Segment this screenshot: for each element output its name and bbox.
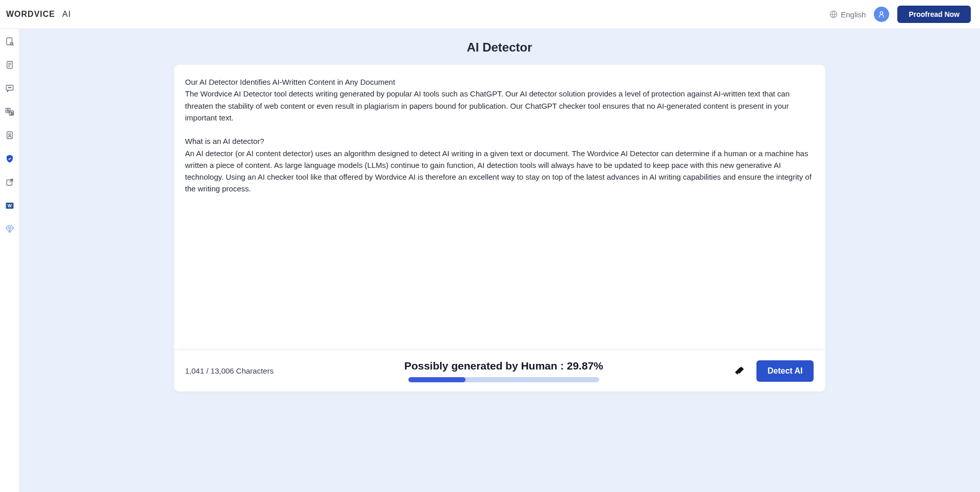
user-icon (877, 10, 886, 18)
language-selector[interactable]: English (829, 10, 866, 19)
avatar[interactable] (874, 7, 889, 22)
svg-point-13 (8, 87, 9, 88)
action-buttons: Detect AI (734, 360, 814, 382)
svg-text:文: 文 (10, 112, 13, 115)
logo[interactable]: WORDVICEAI (6, 9, 88, 19)
header-right: English Proofread Now (829, 6, 971, 23)
svg-text:W: W (8, 204, 12, 208)
sidebar-profile-doc-icon[interactable] (5, 130, 15, 140)
eraser-icon (734, 365, 745, 377)
editor-paragraph-2: An AI detector (or AI content detector) … (185, 147, 814, 195)
result-text: Possibly generated by Human : 29.87% (404, 360, 603, 372)
sidebar-shield-icon[interactable] (5, 154, 15, 164)
progress-bar (408, 377, 599, 382)
svg-point-4 (880, 12, 883, 14)
sidebar-proofread-icon[interactable] (5, 36, 15, 46)
svg-text:AI: AI (62, 10, 71, 18)
text-editor[interactable]: Our AI Detector Identifies AI-Written Co… (174, 65, 825, 350)
svg-text:WORDVICE: WORDVICE (6, 10, 55, 18)
svg-point-15 (10, 87, 11, 88)
page-title: AI Detector (467, 40, 532, 55)
header: WORDVICEAI English Proofread Now (0, 0, 980, 29)
svg-line-7 (12, 44, 13, 45)
sidebar-chat-icon[interactable] (5, 83, 15, 93)
result-prefix: Possibly generated by Human : (404, 360, 567, 372)
result-block: Possibly generated by Human : 29.87% (404, 360, 603, 382)
language-label: English (841, 10, 866, 19)
character-count: 1,041 / 13,006 Characters (185, 366, 274, 375)
sidebar-document-icon[interactable] (5, 60, 15, 70)
svg-text:A: A (7, 109, 9, 112)
editor-heading-1: Our AI Detector Identifies AI-Written Co… (185, 76, 814, 88)
sidebar-external-link-icon[interactable] (5, 177, 15, 187)
globe-icon (829, 10, 838, 18)
editor-paragraph-1: The Wordvice AI Detector tool detects wr… (185, 88, 814, 124)
detect-ai-button[interactable]: Detect AI (756, 360, 814, 382)
sidebar-word-icon[interactable]: W (5, 201, 15, 211)
svg-point-14 (9, 87, 10, 88)
progress-fill (408, 377, 465, 382)
logo-svg: WORDVICEAI (6, 10, 88, 19)
result-value: 29.87% (567, 360, 603, 372)
detector-card: Our AI Detector Identifies AI-Written Co… (174, 65, 825, 391)
sidebar: A文 W (0, 29, 19, 492)
status-bar: 1,041 / 13,006 Characters Possibly gener… (174, 350, 825, 391)
editor-heading-2: What is an AI detector? (185, 135, 814, 147)
proofread-now-button[interactable]: Proofread Now (897, 6, 971, 23)
main: AI Detector Our AI Detector Identifies A… (19, 29, 980, 492)
svg-point-21 (9, 134, 11, 136)
sidebar-translate-icon[interactable]: A文 (5, 107, 15, 117)
sidebar-premium-icon[interactable] (5, 224, 15, 234)
svg-rect-5 (7, 38, 12, 45)
erase-button[interactable] (734, 365, 745, 377)
